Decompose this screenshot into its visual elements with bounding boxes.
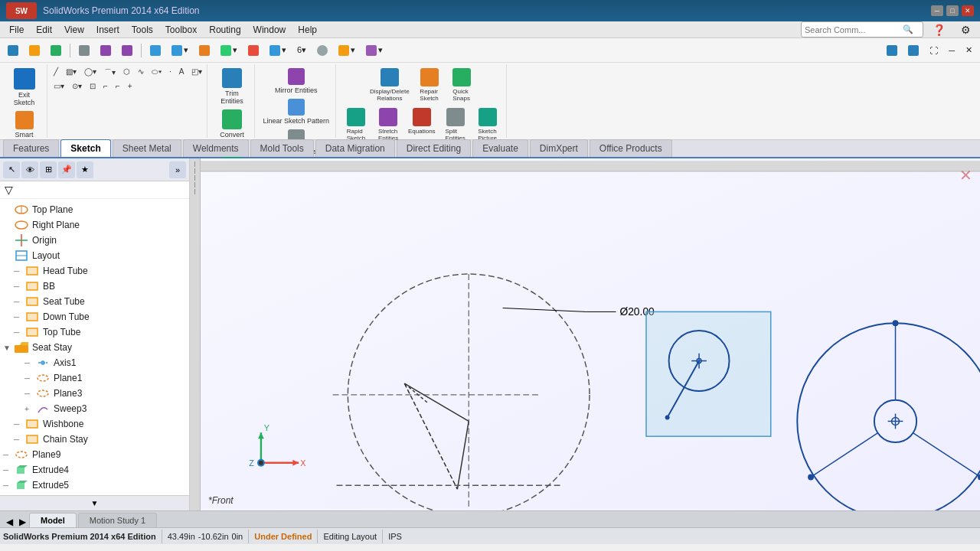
fillet-tool[interactable]: ⌐ xyxy=(100,80,111,92)
help-icon[interactable]: ❓ xyxy=(926,22,952,37)
sidebar-eye-btn[interactable]: 👁 xyxy=(21,161,38,178)
tab-direct-editing[interactable]: Direct Editing xyxy=(397,139,471,157)
undo-button[interactable] xyxy=(96,44,116,57)
trim-entities-button[interactable]: TrimEntities xyxy=(214,66,249,107)
linear-sketch-button[interactable]: Linear Sketch Pattern xyxy=(260,96,332,127)
sketch-picture-button[interactable]: SketchPicture xyxy=(472,106,503,144)
arc-tool[interactable]: ⌒▾ xyxy=(101,66,119,80)
new-button[interactable] xyxy=(3,44,23,57)
fullscreen-button[interactable]: ⛶ xyxy=(925,44,942,57)
tab-nav-right[interactable]: ▶ xyxy=(16,517,29,527)
ellipse-tool[interactable]: ⬭▾ xyxy=(149,66,165,80)
minimize-button[interactable]: ─ xyxy=(931,5,943,16)
menu-edit[interactable]: Edit xyxy=(30,23,58,37)
tb1-view10[interactable]: ▾ xyxy=(361,44,387,57)
menu-window[interactable]: Window xyxy=(247,23,292,37)
circle-tool[interactable]: ◯▾ xyxy=(81,66,100,80)
open-button[interactable] xyxy=(24,44,44,57)
sidebar-grid-btn[interactable]: ⊞ xyxy=(40,161,57,178)
tree-item-down-tube[interactable]: ─ Down Tube xyxy=(0,309,189,324)
save-button[interactable] xyxy=(46,44,66,57)
tab-office-products[interactable]: Office Products xyxy=(590,139,672,157)
options-icon[interactable]: ⚙ xyxy=(955,22,977,37)
tree-item-origin[interactable]: Origin xyxy=(0,233,189,248)
tab-data-migration[interactable]: Data Migration xyxy=(315,139,395,157)
tree-item-plane1[interactable]: ─ Plane1 xyxy=(0,370,189,386)
menu-file[interactable]: File xyxy=(3,23,30,37)
tab-sheet-metal[interactable]: Sheet Metal xyxy=(113,139,181,157)
tree-item-top-plane[interactable]: Top Plane xyxy=(0,202,189,217)
tab-evaluate[interactable]: Evaluate xyxy=(472,139,528,157)
redo-button[interactable] xyxy=(117,44,137,57)
offset2-tool[interactable]: + xyxy=(125,80,136,92)
tree-item-chain-stay[interactable]: ─ Chain Stay xyxy=(0,432,189,447)
tb1-view7[interactable]: 6▾ xyxy=(292,44,311,57)
tb1-view3[interactable] xyxy=(194,44,214,57)
chamfer-tool[interactable]: ⌐ xyxy=(113,80,123,92)
tab-model[interactable]: Model xyxy=(29,513,77,527)
search-icon[interactable]: 🔍 xyxy=(897,23,920,36)
tree-item-bb[interactable]: ─ BB xyxy=(0,279,189,294)
tree-item-axis1[interactable]: ─ Axis1 xyxy=(0,355,189,370)
tab-features[interactable]: Features xyxy=(3,139,59,157)
display-delete-relations-button[interactable]: Display/DeleteRelations xyxy=(367,66,413,104)
close-button[interactable]: ✕ xyxy=(962,5,974,16)
plane-tool[interactable]: ◰▾ xyxy=(188,66,205,80)
tree-item-sweep3[interactable]: + Sweep3 xyxy=(0,401,189,416)
viewport-close-button[interactable]: ✕ xyxy=(959,166,972,184)
equations-button[interactable]: Equations xyxy=(405,106,439,144)
polygon-tool[interactable]: ⬡ xyxy=(120,66,133,80)
tree-item-head-tube[interactable]: ─ Head Tube xyxy=(0,263,189,279)
menu-tools[interactable]: Tools xyxy=(126,23,159,37)
sidebar-arrow-btn[interactable]: ↖ xyxy=(3,161,20,178)
tb1-view6[interactable]: ▾ xyxy=(265,44,291,57)
tree-item-top-tube[interactable]: ─ Top Tube xyxy=(0,324,189,340)
tab-dimxpert[interactable]: DimXpert xyxy=(530,139,588,157)
canvas-svg[interactable]: Ø20.00 xyxy=(201,158,980,510)
tree-item-plane9[interactable]: ─ Plane9 xyxy=(0,447,189,462)
tree-item-layout[interactable]: Layout xyxy=(0,248,189,263)
menu-insert[interactable]: Insert xyxy=(90,23,126,37)
tab-weldments[interactable]: Weldments xyxy=(183,139,249,157)
tree-item-seat-tube[interactable]: ─ Seat Tube xyxy=(0,294,189,309)
tb1-right4[interactable]: ✕ xyxy=(961,44,977,57)
constr-rect-tool[interactable]: ▭▾ xyxy=(51,80,67,92)
spline-tool[interactable]: ∿ xyxy=(135,66,147,80)
menu-toolbox[interactable]: Toolbox xyxy=(159,23,203,37)
mirror-point-tool[interactable]: ⊙▾ xyxy=(69,80,85,92)
rectangle-tool[interactable]: ▧▾ xyxy=(63,66,80,80)
sidebar-star-btn[interactable]: ★ xyxy=(77,161,93,178)
split-entities-button[interactable]: SplitEntities xyxy=(440,106,471,144)
menu-routing[interactable]: Routing xyxy=(203,23,247,37)
tb1-right2[interactable] xyxy=(903,44,923,57)
maximize-button[interactable]: □ xyxy=(946,5,959,16)
line-tool[interactable]: ╱ xyxy=(51,66,61,80)
mirror-entities-button[interactable]: Mirror Entities xyxy=(272,66,321,96)
tree-item-extrude5[interactable]: ─ Extrude5 xyxy=(0,478,189,493)
tab-motion-study-1[interactable]: Motion Study 1 xyxy=(78,513,157,527)
exit-sketch-button[interactable]: ExitSketch xyxy=(7,66,41,109)
filter-icon[interactable]: ▽ xyxy=(5,184,13,196)
tb1-right3[interactable]: ─ xyxy=(944,44,959,57)
print-button[interactable] xyxy=(74,44,94,57)
point-tool[interactable]: · xyxy=(166,66,175,80)
scroll-indicator[interactable]: ▼ xyxy=(91,499,99,507)
tab-nav-left[interactable]: ◀ xyxy=(3,517,16,527)
stretch-entities-button[interactable]: StretchEntities xyxy=(373,106,403,144)
rapid-sketch-button[interactable]: RapidSketch xyxy=(341,106,371,144)
repair-sketch-button[interactable]: RepairSketch xyxy=(414,66,445,104)
menu-help[interactable]: Help xyxy=(292,23,323,37)
tb1-view4[interactable]: ▾ xyxy=(216,44,242,57)
slot-tool[interactable]: ⊡ xyxy=(87,80,99,92)
text-tool[interactable]: A xyxy=(176,66,188,80)
tb1-view1[interactable] xyxy=(145,44,165,57)
sidebar-pin-btn[interactable]: 📌 xyxy=(58,161,75,178)
quick-snaps-button[interactable]: QuickSnaps xyxy=(446,66,477,104)
search-input[interactable] xyxy=(805,25,897,34)
sidebar-expand-btn[interactable]: » xyxy=(169,161,186,178)
tb1-view2[interactable]: ▾ xyxy=(167,44,193,57)
tree-item-right-plane[interactable]: Right Plane xyxy=(0,217,189,233)
tb1-view8[interactable] xyxy=(312,44,332,57)
tb1-view9[interactable]: ▾ xyxy=(334,44,360,57)
tree-item-seat-stay[interactable]: ▼ Seat Stay xyxy=(0,340,189,355)
